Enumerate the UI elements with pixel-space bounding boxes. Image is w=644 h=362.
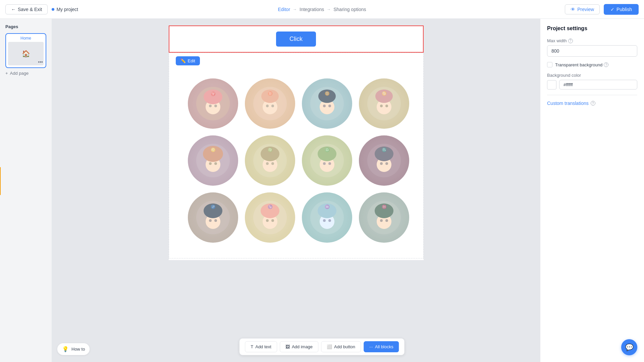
- transparent-bg-help-icon[interactable]: ?: [604, 62, 608, 67]
- check-icon: ✓: [610, 7, 614, 12]
- project-status-dot: [52, 8, 54, 11]
- svg-point-58: [271, 219, 274, 222]
- svg-point-70: [385, 219, 388, 222]
- svg-text:♑: ♑: [267, 204, 272, 209]
- content-block: ✏️ Edit ♈: [169, 53, 424, 258]
- feedback-tab-container: Feedback: [0, 167, 1, 195]
- canvas-wrapper: Click ✏️ Edit: [169, 25, 424, 260]
- zodiac-item-libra[interactable]: ♎: [302, 135, 352, 186]
- bg-color-row: [547, 80, 637, 89]
- svg-point-3: [209, 105, 212, 107]
- svg-point-15: [323, 105, 326, 107]
- svg-point-63: [323, 219, 326, 222]
- main-layout: Pages Home 🏠 ••• + Add page Click ✏️ Edi…: [0, 19, 644, 362]
- svg-text:♏: ♏: [381, 147, 386, 152]
- publish-button[interactable]: ✓ Publish: [604, 4, 639, 15]
- svg-text:♌: ♌: [210, 147, 215, 152]
- svg-point-33: [266, 162, 269, 165]
- nav-arrow-2: →: [327, 7, 331, 12]
- color-swatch[interactable]: [547, 80, 556, 89]
- eye-icon: 👁: [571, 7, 575, 12]
- plus-icon: +: [5, 71, 8, 76]
- svg-text:♋: ♋: [381, 91, 386, 96]
- svg-point-40: [328, 162, 331, 165]
- color-input[interactable]: [559, 80, 637, 89]
- zodiac-item-scorpio[interactable]: ♏: [359, 135, 409, 186]
- page-label: Home: [8, 36, 44, 41]
- zodiac-item-pisces[interactable]: ♓: [359, 192, 409, 243]
- page-card-home[interactable]: Home 🏠 •••: [5, 33, 46, 68]
- add-image-button[interactable]: 🖼 Add image: [280, 341, 318, 352]
- preview-button[interactable]: 👁 Preview: [565, 4, 600, 14]
- click-button[interactable]: Click: [276, 32, 316, 47]
- svg-point-9: [266, 105, 269, 107]
- svg-point-52: [214, 219, 217, 222]
- text-icon: T: [251, 344, 253, 349]
- zodiac-item-gemini[interactable]: ♊: [302, 78, 352, 129]
- zodiac-item-sagittarius[interactable]: ♐: [188, 192, 238, 243]
- image-icon: 🖼: [285, 344, 290, 349]
- add-button-button[interactable]: ⬜ Add button: [321, 341, 361, 352]
- divider: [547, 95, 637, 95]
- svg-point-64: [328, 219, 331, 222]
- project-name: My project: [52, 7, 78, 12]
- max-width-input[interactable]: [547, 45, 637, 57]
- svg-text:♊: ♊: [324, 91, 329, 96]
- svg-point-69: [380, 219, 383, 222]
- chat-button[interactable]: 💬: [621, 339, 637, 355]
- svg-point-39: [323, 162, 326, 165]
- left-sidebar: Pages Home 🏠 ••• + Add page: [0, 19, 52, 362]
- svg-point-4: [214, 105, 217, 107]
- svg-point-46: [385, 162, 388, 165]
- zodiac-item-virgo[interactable]: ♍: [245, 135, 295, 186]
- edit-button[interactable]: ✏️ Edit: [176, 56, 200, 65]
- nav-editor[interactable]: Editor: [278, 7, 290, 12]
- svg-point-21: [380, 105, 383, 107]
- svg-text:♐: ♐: [210, 204, 215, 209]
- how-to-button[interactable]: 💡 How to: [57, 343, 90, 355]
- transparent-bg-row: Transparent background ?: [547, 62, 637, 67]
- settings-title: Project settings: [547, 25, 637, 32]
- chat-icon: 💬: [625, 343, 634, 351]
- max-width-help-icon[interactable]: ?: [568, 39, 573, 43]
- arrow-left-icon: ←: [11, 7, 16, 12]
- zodiac-item-taurus[interactable]: ♉: [245, 78, 295, 129]
- button-icon: ⬜: [327, 344, 332, 349]
- max-width-label: Max width ?: [547, 38, 637, 43]
- zodiac-item-aquarius[interactable]: ♒: [302, 192, 352, 243]
- bulb-icon: 💡: [62, 346, 69, 352]
- nav-sharing[interactable]: Sharing options: [333, 7, 366, 12]
- svg-point-22: [385, 105, 388, 107]
- nav-integrations[interactable]: Integrations: [300, 7, 324, 12]
- click-block: Click: [169, 25, 424, 53]
- svg-text:♓: ♓: [381, 204, 386, 209]
- bottom-toolbar: T Add text 🖼 Add image ⬜ Add button ··· …: [239, 338, 405, 355]
- svg-point-45: [380, 162, 383, 165]
- topbar-left: ← Save & Exit My project: [5, 4, 78, 14]
- add-page-button[interactable]: + Add page: [5, 71, 46, 76]
- zodiac-item-leo[interactable]: ♌: [188, 135, 238, 186]
- zodiac-item-capricorn[interactable]: ♑: [245, 192, 295, 243]
- svg-text:♍: ♍: [267, 147, 272, 152]
- zodiac-item-aries[interactable]: ♈: [188, 78, 238, 129]
- transparent-bg-checkbox[interactable]: [547, 62, 552, 67]
- svg-point-27: [209, 162, 212, 165]
- svg-point-51: [209, 219, 212, 222]
- svg-text:♉: ♉: [267, 91, 272, 96]
- right-sidebar: Project settings Max width ? Transparent…: [540, 19, 644, 362]
- custom-translations-link[interactable]: Custom translations ?: [547, 101, 637, 106]
- add-text-button[interactable]: T Add text: [245, 341, 277, 352]
- svg-point-16: [328, 105, 331, 107]
- feedback-tab[interactable]: Feedback: [0, 167, 1, 195]
- nav-arrow-1: →: [293, 7, 297, 12]
- svg-point-57: [266, 219, 269, 222]
- custom-trans-help-icon[interactable]: ?: [591, 101, 595, 106]
- all-blocks-button[interactable]: ··· All blocks: [364, 341, 399, 352]
- bg-color-label: Background color: [547, 73, 637, 78]
- save-exit-button[interactable]: ← Save & Exit: [5, 4, 48, 14]
- zodiac-item-cancer[interactable]: ♋: [359, 78, 409, 129]
- svg-point-10: [271, 105, 274, 107]
- pages-title: Pages: [5, 24, 46, 29]
- page-options-dots[interactable]: •••: [38, 59, 43, 65]
- canvas-area: Click ✏️ Edit: [52, 19, 540, 362]
